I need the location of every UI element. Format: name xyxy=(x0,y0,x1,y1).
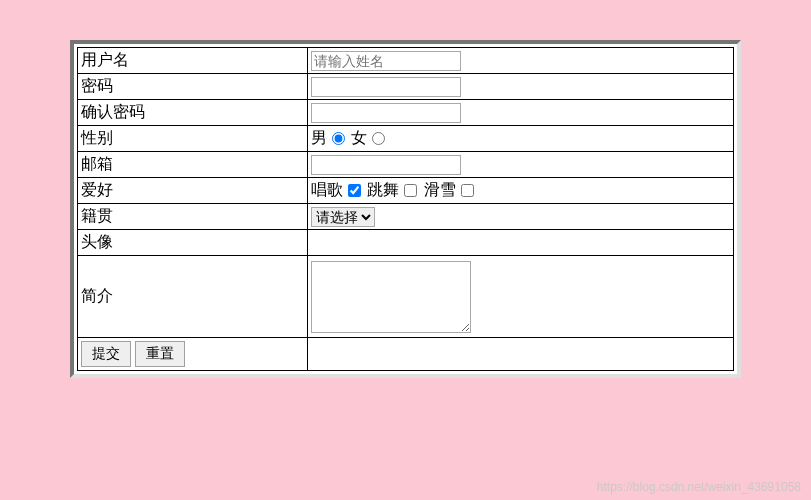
confirm-label: 确认密码 xyxy=(78,100,308,126)
hobby-sing-checkbox[interactable] xyxy=(348,184,361,197)
form-panel: 用户名 密码 确认密码 性别 男 女 邮箱 爱好 唱歌 跳舞 xyxy=(70,40,741,378)
empty-cell xyxy=(308,338,734,371)
password-label: 密码 xyxy=(78,74,308,100)
hobby-dance-label: 跳舞 xyxy=(367,181,399,198)
password-input[interactable] xyxy=(311,77,461,97)
bio-label: 简介 xyxy=(78,256,308,338)
gender-male-label: 男 xyxy=(311,129,327,146)
hobby-ski-checkbox[interactable] xyxy=(461,184,474,197)
email-label: 邮箱 xyxy=(78,152,308,178)
form-table: 用户名 密码 确认密码 性别 男 女 邮箱 爱好 唱歌 跳舞 xyxy=(77,47,734,371)
hobby-sing-label: 唱歌 xyxy=(311,181,343,198)
avatar-label: 头像 xyxy=(78,230,308,256)
username-label: 用户名 xyxy=(78,48,308,74)
origin-select[interactable]: 请选择 xyxy=(311,207,375,227)
username-input[interactable] xyxy=(311,51,461,71)
submit-button[interactable]: 提交 xyxy=(81,341,131,367)
confirm-input[interactable] xyxy=(311,103,461,123)
gender-label: 性别 xyxy=(78,126,308,152)
reset-button[interactable]: 重置 xyxy=(135,341,185,367)
watermark-text: https://blog.csdn.net/weixin_43691058 xyxy=(597,480,801,494)
hobby-ski-label: 滑雪 xyxy=(424,181,456,198)
bio-textarea[interactable] xyxy=(311,261,471,333)
hobby-dance-checkbox[interactable] xyxy=(404,184,417,197)
email-input[interactable] xyxy=(311,155,461,175)
gender-female-label: 女 xyxy=(351,129,367,146)
avatar-cell xyxy=(308,230,734,256)
gender-male-radio[interactable] xyxy=(332,132,345,145)
origin-label: 籍贯 xyxy=(78,204,308,230)
gender-female-radio[interactable] xyxy=(372,132,385,145)
hobby-label: 爱好 xyxy=(78,178,308,204)
